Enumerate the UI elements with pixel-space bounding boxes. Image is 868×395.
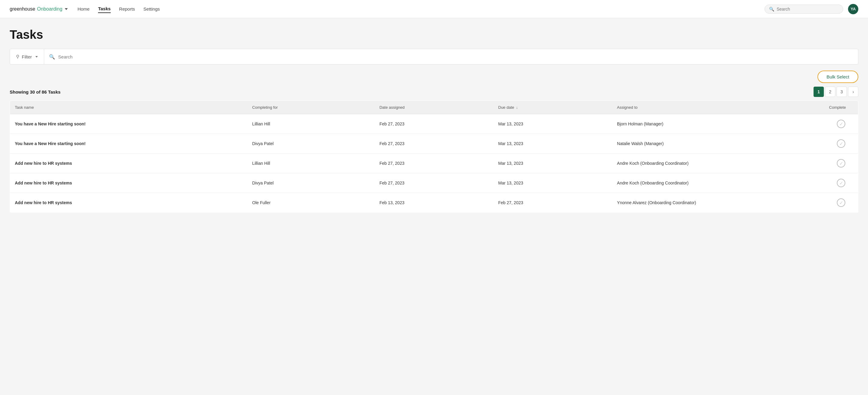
filter-label: Filter [22, 54, 32, 59]
table-row: Add new hire to HR systems Lillian Hill … [10, 153, 858, 173]
complete-icon[interactable]: ✓ [837, 198, 845, 207]
page-3-button[interactable]: 3 [837, 87, 847, 97]
cell-task-name: Add new hire to HR systems [10, 173, 247, 193]
search-input[interactable] [58, 54, 853, 59]
nav-tasks[interactable]: Tasks [98, 5, 111, 13]
nav-search-icon: 🔍 [769, 7, 774, 11]
toolbar: ⚲ Filter 🔍 [10, 49, 858, 64]
cell-due-date: Feb 27, 2023 [493, 193, 612, 213]
nav-search-input[interactable] [777, 7, 839, 11]
cell-complete: ✓ [824, 114, 858, 134]
complete-icon[interactable]: ✓ [837, 179, 845, 187]
th-due-date[interactable]: Due date ↓ [493, 101, 612, 114]
cell-due-date: Mar 13, 2023 [493, 114, 612, 134]
showing-text: Showing 30 of 86 Tasks [10, 89, 61, 94]
filter-chevron-icon [35, 56, 38, 58]
bulk-select-button[interactable]: Bulk Select [817, 70, 858, 83]
brand-greenhouse-text: greenhouse [10, 6, 35, 12]
showing-row: Showing 30 of 86 Tasks 1 2 3 › [10, 87, 858, 97]
cell-date-assigned: Feb 13, 2023 [375, 193, 493, 213]
pagination: 1 2 3 › [813, 87, 858, 97]
table-row: Add new hire to HR systems Ole Fuller Fe… [10, 193, 858, 213]
cell-assigned-to: Andre Koch (Onboarding Coordinator) [612, 153, 824, 173]
cell-due-date: Mar 13, 2023 [493, 173, 612, 193]
page-2-button[interactable]: 2 [825, 87, 835, 97]
search-bar: 🔍 [44, 54, 858, 60]
nav-links: Home Tasks Reports Settings [78, 5, 160, 13]
table-row: Add new hire to HR systems Divya Patel F… [10, 173, 858, 193]
brand-logo[interactable]: greenhouse Onboarding [10, 6, 68, 12]
cell-assigned-to: Ynonne Alvarez (Onboarding Coordinator) [612, 193, 824, 213]
filter-button[interactable]: ⚲ Filter [10, 49, 44, 64]
cell-assigned-to: Bjorn Holman (Manager) [612, 114, 824, 134]
nav-search-container: 🔍 [765, 4, 843, 13]
cell-assigned-to: Andre Koch (Onboarding Coordinator) [612, 173, 824, 193]
table-header: Task name Completing for Date assigned D… [10, 101, 858, 114]
cell-assigned-to: Natalie Walsh (Manager) [612, 134, 824, 153]
navbar-right: 🔍 YA [765, 4, 858, 14]
th-assigned-to: Assigned to [612, 101, 824, 114]
cell-completing-for: Lillian Hill [247, 153, 375, 173]
brand-chevron-icon [65, 8, 68, 10]
cell-completing-for: Divya Patel [247, 173, 375, 193]
filter-icon: ⚲ [16, 54, 19, 59]
cell-due-date: Mar 13, 2023 [493, 153, 612, 173]
complete-icon[interactable]: ✓ [837, 159, 845, 168]
cell-date-assigned: Feb 27, 2023 [375, 153, 493, 173]
task-table: Task name Completing for Date assigned D… [10, 101, 858, 213]
cell-task-name: You have a New Hire starting soon! [10, 114, 247, 134]
cell-complete: ✓ [824, 173, 858, 193]
page-next-button[interactable]: › [848, 87, 858, 97]
cell-complete: ✓ [824, 134, 858, 153]
th-task-name: Task name [10, 101, 247, 114]
search-icon: 🔍 [49, 54, 55, 60]
cell-due-date: Mar 13, 2023 [493, 134, 612, 153]
nav-reports[interactable]: Reports [119, 5, 135, 13]
cell-task-name: You have a New Hire starting soon! [10, 134, 247, 153]
page-1-button[interactable]: 1 [813, 87, 824, 97]
th-date-assigned: Date assigned [375, 101, 493, 114]
page-container: Tasks ⚲ Filter 🔍 Bulk Select Showing 30 … [0, 18, 868, 213]
table-row: You have a New Hire starting soon! Divya… [10, 134, 858, 153]
complete-icon[interactable]: ✓ [837, 120, 845, 128]
cell-date-assigned: Feb 27, 2023 [375, 134, 493, 153]
nav-home[interactable]: Home [78, 5, 90, 13]
cell-complete: ✓ [824, 153, 858, 173]
table-body: You have a New Hire starting soon! Lilli… [10, 114, 858, 213]
navbar: greenhouse Onboarding Home Tasks Reports… [0, 0, 868, 18]
cell-date-assigned: Feb 27, 2023 [375, 114, 493, 134]
page-title: Tasks [10, 28, 858, 41]
cell-completing-for: Lillian Hill [247, 114, 375, 134]
cell-task-name: Add new hire to HR systems [10, 153, 247, 173]
th-complete: Complete [824, 101, 858, 114]
table-row: You have a New Hire starting soon! Lilli… [10, 114, 858, 134]
cell-completing-for: Ole Fuller [247, 193, 375, 213]
cell-completing-for: Divya Patel [247, 134, 375, 153]
cell-date-assigned: Feb 27, 2023 [375, 173, 493, 193]
brand-onboarding-text: Onboarding [37, 6, 63, 12]
complete-icon[interactable]: ✓ [837, 139, 845, 148]
user-avatar[interactable]: YA [848, 4, 858, 14]
nav-settings[interactable]: Settings [144, 5, 160, 13]
sort-icon: ↓ [516, 105, 518, 110]
bulk-row: Bulk Select [10, 70, 858, 83]
cell-complete: ✓ [824, 193, 858, 213]
th-completing-for: Completing for [247, 101, 375, 114]
cell-task-name: Add new hire to HR systems [10, 193, 247, 213]
